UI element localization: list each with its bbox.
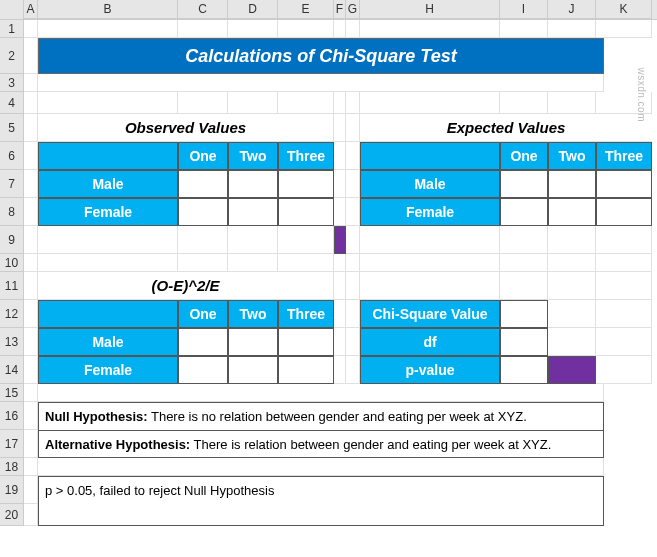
cell[interactable] [500,20,548,38]
cell[interactable] [278,254,334,272]
cell[interactable] [24,254,38,272]
cell[interactable] [346,272,360,300]
observed-title[interactable]: Observed Values [38,114,334,142]
cell[interactable] [596,356,652,384]
observed-male-three[interactable] [278,170,334,198]
expected-female-two[interactable] [548,198,596,226]
cell[interactable] [360,92,500,114]
oe-female-one[interactable] [178,356,228,384]
col-header-g[interactable]: G [346,0,360,19]
cell[interactable] [38,226,178,254]
cell[interactable] [278,92,334,114]
expected-title[interactable]: Expected Values [360,114,652,142]
expected-female-one[interactable] [500,198,548,226]
cell[interactable] [178,254,228,272]
cell[interactable] [596,226,652,254]
oe-male-two[interactable] [228,328,278,356]
cell[interactable] [24,300,38,328]
row-header-16[interactable]: 16 [0,402,24,430]
cell[interactable] [228,254,278,272]
cell[interactable] [24,74,38,92]
cell[interactable] [38,254,178,272]
cell[interactable] [548,254,596,272]
col-header-i[interactable]: I [500,0,548,19]
col-header-h[interactable]: H [360,0,500,19]
df-value[interactable] [500,328,548,356]
row-header-8[interactable]: 8 [0,198,24,226]
row-header-9[interactable]: 9 [0,226,24,254]
observed-female-two[interactable] [228,198,278,226]
cell[interactable] [346,20,360,38]
cell[interactable] [346,170,360,198]
cell[interactable] [334,254,346,272]
cell[interactable] [24,142,38,170]
row-header-7[interactable]: 7 [0,170,24,198]
row-header-19[interactable]: 19 [0,476,24,504]
row-header-4[interactable]: 4 [0,92,24,114]
purple-marker-1[interactable] [334,226,346,254]
cell[interactable] [334,328,346,356]
col-header-f[interactable]: F [334,0,346,19]
oe-male-one[interactable] [178,328,228,356]
cell[interactable] [334,20,346,38]
select-all-corner[interactable] [0,0,24,20]
chi-square-label[interactable]: Chi-Square Value [360,300,500,328]
cell[interactable] [500,226,548,254]
cell[interactable] [24,356,38,384]
oe-col-two[interactable]: Two [228,300,278,328]
row-header-20[interactable]: 20 [0,504,24,526]
cell[interactable] [596,254,652,272]
row-header-14[interactable]: 14 [0,356,24,384]
observed-col-one[interactable]: One [178,142,228,170]
oe-row-female[interactable]: Female [38,356,178,384]
observed-male-two[interactable] [228,170,278,198]
cell[interactable] [24,92,38,114]
cell[interactable] [228,20,278,38]
null-hypothesis[interactable]: Null Hypothesis: There is no relation be… [38,402,604,430]
cell[interactable] [24,384,38,402]
row-header-11[interactable]: 11 [0,272,24,300]
observed-corner[interactable] [38,142,178,170]
cell[interactable] [24,170,38,198]
cell[interactable] [596,20,652,38]
expected-row-female[interactable]: Female [360,198,500,226]
oe-title[interactable]: (O-E)^2/E [38,272,334,300]
cell[interactable] [24,430,38,458]
observed-row-male[interactable]: Male [38,170,178,198]
cell[interactable] [24,328,38,356]
cell[interactable] [334,170,346,198]
cell[interactable] [24,20,38,38]
cell[interactable] [500,92,548,114]
row-header-1[interactable]: 1 [0,20,24,38]
cell[interactable] [228,226,278,254]
col-header-e[interactable]: E [278,0,334,19]
row-header-18[interactable]: 18 [0,458,24,476]
oe-col-three[interactable]: Three [278,300,334,328]
cell[interactable] [24,226,38,254]
cell[interactable] [24,114,38,142]
col-header-b[interactable]: B [38,0,178,19]
cell[interactable] [500,254,548,272]
row-header-13[interactable]: 13 [0,328,24,356]
expected-female-three[interactable] [596,198,652,226]
cell[interactable] [596,300,652,328]
cell[interactable] [548,92,596,114]
cell[interactable] [38,458,604,476]
cell[interactable] [500,272,548,300]
cell[interactable] [24,476,38,504]
cell[interactable] [360,272,500,300]
cell[interactable] [38,92,178,114]
cell[interactable] [278,20,334,38]
cell[interactable] [346,300,360,328]
cell[interactable] [178,226,228,254]
expected-col-one[interactable]: One [500,142,548,170]
conclusion-cont[interactable] [38,504,604,526]
cell[interactable] [346,328,360,356]
cell[interactable] [178,20,228,38]
col-header-d[interactable]: D [228,0,278,19]
p-value-label[interactable]: p-value [360,356,500,384]
cell[interactable] [334,272,346,300]
row-header-12[interactable]: 12 [0,300,24,328]
col-header-c[interactable]: C [178,0,228,19]
cell[interactable] [346,114,360,142]
